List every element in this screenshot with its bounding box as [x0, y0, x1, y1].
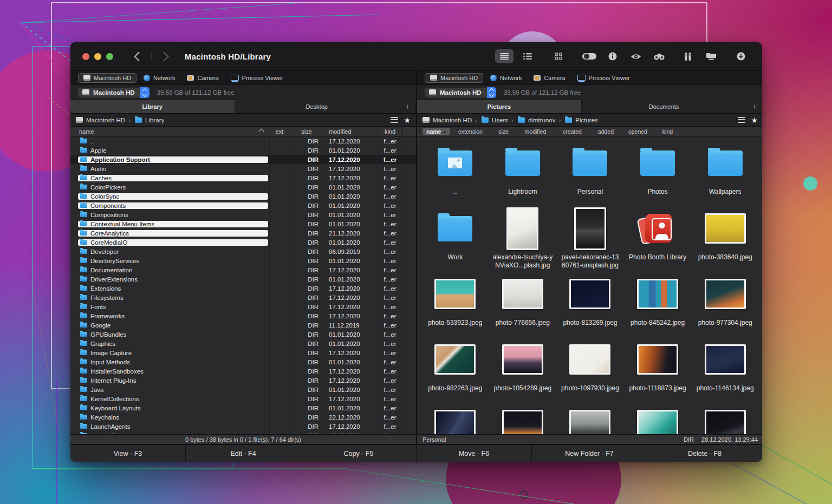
grid-item[interactable]: photo-383640.jpeg [691, 206, 759, 272]
drive-selector[interactable]: Macintosh HD [78, 88, 140, 97]
grid-item[interactable]: .. [421, 141, 489, 206]
delete-f8-button[interactable]: Delete - F8 [647, 445, 762, 462]
new-tab-button[interactable]: + [399, 100, 416, 113]
grid-item[interactable]: Lightroom [489, 141, 557, 206]
grid-item[interactable] [556, 403, 624, 434]
tab-desktop[interactable]: Desktop [235, 100, 400, 113]
back-icon[interactable] [134, 51, 144, 61]
info-icon[interactable] [603, 49, 622, 63]
file-row[interactable]: Contextual Menu ItemsDIR01.01.2020f...er [70, 219, 416, 228]
device-tab-camera[interactable]: Camera [529, 74, 570, 82]
column-header-created[interactable]: created [554, 128, 590, 135]
grid-item[interactable]: Work [421, 206, 489, 272]
device-tab-process-viewer[interactable]: Process Viewer [573, 74, 635, 82]
column-header-name[interactable]: name [70, 128, 269, 135]
grid-item[interactable]: photo-845242.jpeg [624, 272, 692, 337]
column-header-ext[interactable]: ext [269, 128, 290, 135]
favorites-star-icon[interactable]: ★ [751, 116, 758, 124]
file-row[interactable]: InstallerSandboxesDIR17.12.2020f...er [70, 366, 416, 376]
move-f6-button[interactable]: Move - F6 [416, 445, 531, 462]
file-row[interactable]: AppleDIR01.01.2020f...er [70, 146, 416, 155]
edit-f4-button[interactable]: Edit - F4 [185, 445, 301, 462]
tab-library[interactable]: Library [70, 100, 235, 113]
file-row[interactable]: CompositionsDIR01.01.2020f...er [70, 210, 416, 219]
column-header-modified[interactable]: modified [323, 128, 377, 135]
grid-item[interactable]: Wallpapers [691, 141, 759, 206]
breadcrumb-item[interactable]: dimtrunov [511, 117, 555, 123]
grid-item[interactable]: photo-533923.jpeg [421, 272, 489, 337]
column-header-opened[interactable]: opened [621, 128, 654, 135]
close-window-button[interactable] [82, 53, 89, 60]
column-header-kind[interactable]: kind [654, 128, 681, 135]
grid-item[interactable]: photo-1097930.jpeg [556, 337, 624, 403]
favorites-star-icon[interactable]: ★ [404, 116, 411, 124]
drive-selector[interactable]: Macintosh HD [425, 88, 487, 97]
grid-item[interactable] [691, 403, 759, 434]
quick-look-eye-icon[interactable] [627, 49, 645, 63]
file-row[interactable]: ..DIR17.12.2020f...er [70, 136, 416, 146]
file-row[interactable]: KernelCollectionsDIR17.12.2020f...er [70, 394, 416, 403]
drive-stepper-icon[interactable] [140, 87, 150, 98]
file-row[interactable]: Application SupportDIR17.12.2020f...er [70, 155, 416, 164]
column-header-size[interactable]: size [290, 128, 323, 135]
zoom-window-button[interactable] [106, 53, 113, 60]
new-folder-f7-button[interactable]: New Folder - F7 [531, 445, 647, 462]
device-tab-process-viewer[interactable]: Process Viewer [226, 74, 288, 82]
file-row[interactable]: ColorPickersDIR01.01.2020f...er [70, 182, 416, 192]
forward-icon[interactable] [159, 51, 168, 61]
breadcrumb-item[interactable]: Macintosh HD [422, 117, 472, 123]
file-row[interactable]: GPUBundlesDIR01.01.2020f...er [70, 330, 416, 339]
file-row[interactable]: Input MethodsDIR01.01.2020f...er [70, 357, 416, 366]
downloads-icon[interactable] [732, 49, 750, 63]
grid-item[interactable] [624, 403, 692, 434]
file-row[interactable]: CoreMediaIODIR01.01.2020f...er [70, 238, 416, 247]
file-row[interactable]: ExtensionsDIR17.12.2020f...er [70, 284, 416, 293]
grid-item[interactable]: alexandre-tsuchiya-yNViaXO...plash.jpg [489, 206, 557, 272]
file-row[interactable]: FontsDIR17.12.2020f...er [70, 302, 416, 311]
file-row[interactable]: CoreAnalyticsDIR21.12.2020f...er [70, 228, 416, 238]
breadcrumb-item[interactable]: Library [128, 117, 164, 123]
grid-item[interactable]: photo-982263.jpeg [421, 337, 489, 403]
device-tab-macintosh-hd[interactable]: Macintosh HD [78, 73, 136, 83]
search-binoculars-icon[interactable] [650, 49, 668, 63]
file-row[interactable]: DocumentationDIR17.12.2020f...er [70, 265, 416, 274]
column-header-name[interactable]: name [422, 128, 450, 135]
grid-item[interactable] [489, 403, 557, 434]
copy-f5-button[interactable]: Copy - F5 [301, 445, 416, 462]
grid-item[interactable]: photo-813269.jpeg [556, 272, 624, 337]
column-header-extension[interactable]: extension [450, 128, 490, 135]
file-row[interactable]: JavaDIR01.01.2020f...er [70, 385, 416, 394]
file-row[interactable]: Keyboard LayoutsDIR01.01.2020f...er [70, 403, 416, 413]
device-tab-network[interactable]: Network [139, 74, 180, 82]
file-row[interactable]: DeveloperDIR06.09.2019f...er [70, 247, 416, 256]
grid-item[interactable]: photo-1146134.jpeg [691, 337, 759, 403]
view-options-icon[interactable] [391, 117, 398, 123]
breadcrumb-item[interactable]: Macintosh HD [76, 117, 125, 123]
folder-tree-icon[interactable] [702, 49, 720, 63]
grid-item[interactable]: Photos [624, 141, 692, 206]
compare-panels-icon[interactable] [679, 49, 697, 63]
column-header-modified[interactable]: modified [516, 128, 554, 135]
device-tab-macintosh-hd[interactable]: Macintosh HD [425, 73, 483, 83]
grid-item[interactable]: Photo Booth Library [624, 206, 692, 272]
column-header-size[interactable]: size [490, 128, 516, 135]
grid-view-icon[interactable] [549, 49, 568, 63]
detail-view-icon[interactable] [518, 49, 537, 63]
file-row[interactable]: Image CaptureDIR17.12.2020f...er [70, 348, 416, 357]
grid-item[interactable]: photo-1118873.jpeg [624, 337, 692, 403]
minimize-window-button[interactable] [94, 53, 101, 60]
file-row[interactable]: ComponentsDIR01.01.2020f...er [70, 201, 416, 210]
breadcrumb-item[interactable]: Pictures [558, 117, 597, 123]
file-row[interactable]: CachesDIR17.12.2020f...er [70, 173, 416, 182]
device-tab-network[interactable]: Network [485, 74, 526, 82]
new-tab-button[interactable]: + [746, 100, 762, 113]
grid-item[interactable] [421, 403, 489, 434]
list-view-icon[interactable] [495, 49, 514, 63]
file-row[interactable]: DriverExtensionsDIR01.01.2020f...er [70, 274, 416, 284]
file-row[interactable]: LaunchAgentsDIR17.12.2020f...er [70, 422, 416, 431]
view-options-icon[interactable] [738, 117, 745, 123]
grid-item[interactable]: photo-977304.jpeg [691, 272, 759, 337]
grid-item[interactable]: Personal [556, 141, 624, 206]
view-f3-button[interactable]: View - F3 [70, 445, 185, 462]
file-row[interactable]: Internet Plug-InsDIR17.12.2020f...er [70, 376, 416, 385]
